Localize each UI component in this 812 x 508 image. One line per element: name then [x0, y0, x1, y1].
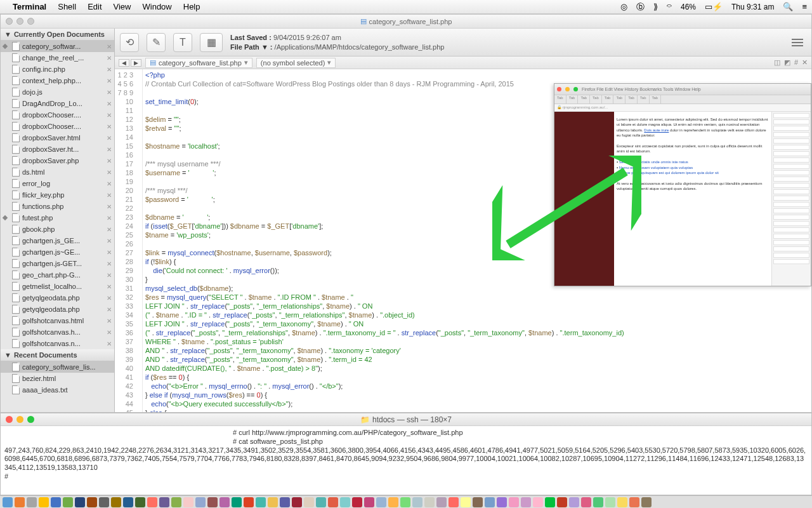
close-icon[interactable]: ✕ — [107, 237, 112, 244]
close-icon[interactable]: ✕ — [107, 112, 112, 119]
dock-app-icon[interactable] — [473, 497, 483, 507]
dock-app-icon[interactable] — [268, 497, 278, 507]
dock-app-icon[interactable] — [244, 497, 254, 507]
wifi-icon[interactable]: ⌔ — [667, 2, 672, 11]
dock-app-icon[interactable] — [195, 497, 206, 507]
sidebar-item[interactable]: DragAndDrop_Lo...✕ — [1, 98, 114, 109]
dock-app-icon[interactable] — [219, 497, 230, 507]
close-icon[interactable]: ✕ — [107, 226, 112, 233]
sidebar-item[interactable]: dropboxChooser....✕ — [1, 121, 114, 132]
dock-app-icon[interactable] — [135, 497, 145, 507]
window-zoom-button[interactable] — [27, 416, 34, 423]
close-icon[interactable]: ✕ — [107, 192, 112, 199]
sidebar-item[interactable]: gbook.php✕ — [1, 224, 114, 235]
close-icon[interactable]: ✕ — [107, 89, 112, 96]
menu-window[interactable]: Window — [143, 2, 172, 11]
sidebar-open-header[interactable]: ▼ Currently Open Documents — [1, 29, 114, 41]
close-icon[interactable]: ✕ — [107, 272, 112, 279]
preview-tab[interactable]: Tab — [578, 95, 590, 104]
dock-app-icon[interactable] — [340, 497, 350, 507]
sidebar-item[interactable]: config.inc.php✕ — [1, 64, 114, 75]
battery-percent[interactable]: 46% — [681, 3, 696, 11]
close-icon[interactable]: ✕ — [107, 169, 112, 176]
dock-app-icon[interactable] — [147, 497, 157, 507]
dock-app-icon[interactable] — [557, 497, 567, 507]
sidebar-item[interactable]: category_software_lis... — [1, 361, 114, 373]
close-icon[interactable]: ✕ — [107, 329, 112, 336]
sidebar-item[interactable]: dropboxSaver.html✕ — [1, 132, 114, 144]
dock-app-icon[interactable] — [99, 497, 109, 507]
crumb-file[interactable]: ▤ category_software_list.php ▾ — [145, 58, 252, 68]
battery-icon[interactable]: ▭⚡ — [705, 2, 723, 11]
close-icon[interactable]: ✕ — [107, 260, 112, 267]
menu-help[interactable]: Help — [183, 2, 200, 11]
dock-app-icon[interactable] — [75, 497, 85, 507]
sidebar-item[interactable]: golfshotcanvas.n...✕ — [1, 338, 114, 349]
sidebar-item[interactable]: aaaa_ideas.txt — [1, 384, 114, 396]
preview-url-bar[interactable]: 🔒 rjmprogramming.com.au/... — [554, 104, 811, 112]
dock-app-icon[interactable] — [605, 497, 615, 507]
dock-app-icon[interactable] — [39, 497, 49, 507]
back-button[interactable]: ⟲ — [120, 33, 139, 52]
dock-app-icon[interactable] — [292, 497, 302, 507]
dock-app-icon[interactable] — [328, 497, 338, 507]
crumb-symbol[interactable]: (no symbol selected) ▾ — [256, 58, 336, 68]
dock-app-icon[interactable] — [364, 497, 374, 507]
window-zoom-button[interactable] — [573, 87, 578, 91]
dock-app-icon[interactable] — [388, 497, 398, 507]
close-icon[interactable]: ✕ — [107, 43, 112, 50]
sidebar-item[interactable]: gchartgen.js-GET...✕ — [1, 258, 114, 269]
window-minimize-button[interactable] — [16, 18, 23, 25]
dock-app-icon[interactable] — [256, 497, 266, 507]
hash-icon[interactable]: # — [794, 58, 798, 67]
dock-app-icon[interactable] — [521, 497, 531, 507]
dock-app-icon[interactable] — [617, 497, 627, 507]
preview-tab[interactable]: Tab — [613, 95, 625, 104]
close-icon[interactable]: ✕ — [107, 146, 112, 153]
preview-tab[interactable]: Tab — [566, 95, 579, 104]
sidebar-recent-header[interactable]: ▼ Recent Documents — [1, 349, 114, 361]
menu-app[interactable]: Terminal — [13, 2, 46, 11]
dock[interactable] — [0, 495, 812, 508]
close-icon[interactable]: ✕ — [107, 340, 112, 347]
dock-app-icon[interactable] — [400, 497, 410, 507]
clock[interactable]: Thu 9:31 am — [731, 3, 774, 11]
dock-app-icon[interactable] — [63, 497, 73, 507]
sidebar-item[interactable]: dojo.js✕ — [1, 86, 114, 98]
sidebar-item[interactable]: gchartgen.js_GE...✕ — [1, 235, 114, 246]
hamburger-menu-button[interactable] — [789, 35, 806, 50]
close-icon[interactable]: ✕ — [107, 306, 112, 313]
file-proxy-icon[interactable]: ▤ — [360, 17, 367, 25]
menu-edit[interactable]: Edit — [88, 2, 102, 11]
status-icon-1[interactable]: ◎ — [620, 2, 627, 11]
sidebar-item[interactable]: bezier.html — [1, 373, 114, 384]
dock-app-icon[interactable] — [412, 497, 422, 507]
close-icon[interactable]: ✕ — [107, 295, 112, 302]
menu-view[interactable]: View — [114, 2, 131, 11]
window-close-button[interactable] — [557, 87, 561, 91]
sidebar-item[interactable]: getyqlgeodata.php✕ — [1, 292, 114, 304]
close-icon[interactable]: ✕ — [107, 123, 112, 130]
inspector-icon[interactable]: ◩ — [784, 58, 790, 67]
disclosure-triangle-icon[interactable]: ▼ — [4, 30, 11, 38]
dock-app-icon[interactable] — [436, 497, 447, 507]
dock-app-icon[interactable] — [123, 497, 133, 507]
dock-app-icon[interactable] — [533, 497, 543, 507]
preview-button[interactable]: ▦ — [200, 33, 223, 52]
preview-tab[interactable]: Tab — [602, 95, 614, 104]
dock-app-icon[interactable] — [376, 497, 386, 507]
close-icon[interactable]: ✕ — [107, 55, 112, 62]
edit-mode-button[interactable]: ✎ — [147, 33, 166, 52]
sidebar-item[interactable]: ds.html✕ — [1, 166, 114, 178]
sidebar-item[interactable]: geo_chart.php-G...✕ — [1, 269, 114, 281]
dock-app-icon[interactable] — [111, 497, 121, 507]
sidebar-item[interactable]: category_softwar...✕ — [1, 41, 114, 52]
close-split-icon[interactable]: ✕ — [802, 58, 808, 67]
sidebar-item[interactable]: getyqlgeodata.php✕ — [1, 304, 114, 315]
preview-tabs[interactable]: TabTabTabTabTabTabTabTabTab — [554, 95, 811, 104]
sidebar-item[interactable]: error_log✕ — [1, 178, 114, 189]
disclosure-triangle-icon[interactable]: ▼ — [4, 351, 11, 359]
sidebar-item[interactable]: dropboxSaver.ht...✕ — [1, 144, 114, 155]
sidebar-item[interactable]: functions.php✕ — [1, 201, 114, 212]
notifications-icon[interactable]: ≡ — [802, 2, 807, 11]
